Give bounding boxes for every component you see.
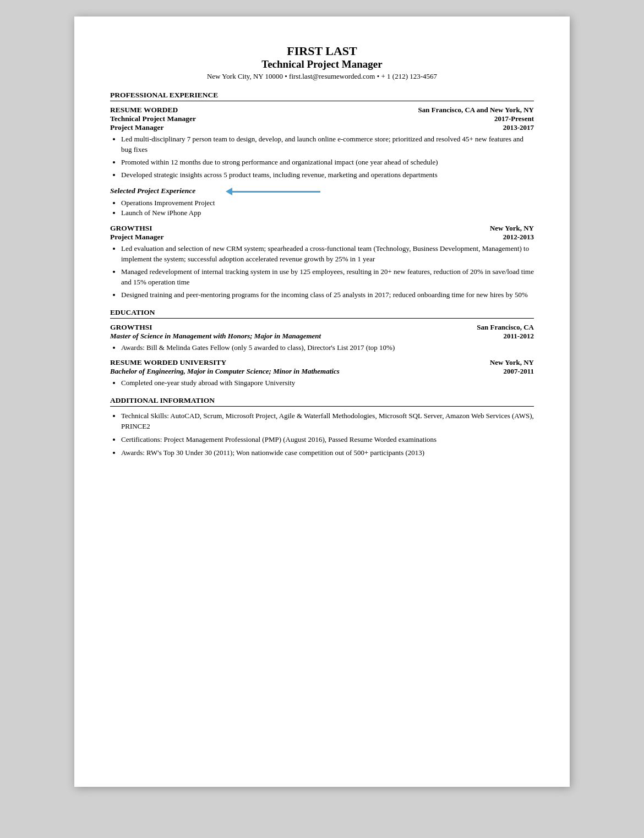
additional-section: ADDITIONAL INFORMATION Technical Skills:… [110,396,534,458]
bullet-item: Led multi-disciplinary 7 person team to … [121,134,534,155]
job-dates-2: 2012-2013 [503,233,534,242]
bullet-item: Promoted within 12 months due to strong … [121,157,534,168]
edu-dates-1: 2011-2012 [503,332,534,341]
additional-list: Technical Skills: AutoCAD, Scrum, Micros… [121,411,534,458]
experience-header: PROFESSIONAL EXPERIENCE [110,91,534,101]
job-bullets-1: Led multi-disciplinary 7 person team to … [121,134,534,180]
bullet-item: Managed redevelopment of internal tracki… [121,267,534,288]
job-bullets-2: Led evaluation and selection of new CRM … [121,244,534,300]
job-company-row-1: RESUME WORDED San Francisco, CA and New … [110,106,534,114]
resume-header: FIRST LAST Technical Project Manager New… [110,44,534,81]
school-name-2: RESUME WORDED UNIVERSITY [110,358,226,367]
arrow-head-icon [226,188,232,195]
edu-school-row-2: RESUME WORDED UNIVERSITY New York, NY [110,358,534,367]
selected-project-label: Selected Project Experience [110,187,195,195]
job-title-2: Project Manager [110,233,164,242]
resume-page: FIRST LAST Technical Project Manager New… [74,17,570,787]
additional-item: Technical Skills: AutoCAD, Scrum, Micros… [121,411,534,432]
project-name-1: Operations Improvement Project [121,199,534,207]
job-block-growthsi: GROWTHSI New York, NY Project Manager 20… [110,224,534,300]
job-company-row-2: GROWTHSI New York, NY [110,224,534,233]
annotation-arrow [226,188,320,195]
experience-section: PROFESSIONAL EXPERIENCE RESUME WORDED Sa… [110,91,534,300]
job-title-row-1b: Project Manager 2013-2017 [110,123,534,132]
edu-dates-2: 2007-2011 [503,367,534,376]
edu-block-1: GROWTHSI San Francisco, CA Master of Sci… [110,323,534,353]
bullet-item: Completed one-year study abroad with Sin… [121,378,534,388]
additional-header: ADDITIONAL INFORMATION [110,396,534,407]
bullet-item: Awards: Bill & Melinda Gates Fellow (onl… [121,343,534,353]
school-location-1: San Francisco, CA [477,323,534,332]
bullet-item: Led evaluation and selection of new CRM … [121,244,534,265]
job-title-1b: Project Manager [110,123,164,132]
edu-school-row-1: GROWTHSI San Francisco, CA [110,323,534,332]
project-name-2: Launch of New iPhone App [121,209,534,217]
company-location-2: New York, NY [490,224,534,233]
edu-bullets-1: Awards: Bill & Melinda Gates Fellow (onl… [121,343,534,353]
applicant-title: Technical Project Manager [110,58,534,70]
additional-item: Awards: RW's Top 30 Under 30 (2011); Won… [121,448,534,458]
edu-block-2: RESUME WORDED UNIVERSITY New York, NY Ba… [110,358,534,388]
school-location-2: New York, NY [490,358,534,367]
edu-degree-2: Bachelor of Engineering, Major in Comput… [110,367,340,376]
school-name-1: GROWTHSI [110,323,152,332]
company-name-1: RESUME WORDED [110,106,178,114]
job-title-1: Technical Project Manager [110,114,196,123]
selected-project-section: Selected Project Experience [110,185,534,195]
edu-degree-row-2: Bachelor of Engineering, Major in Comput… [110,367,534,376]
arrow-line [232,191,320,193]
edu-degree-row-1: Master of Science in Management with Hon… [110,332,534,341]
edu-degree-1: Master of Science in Management with Hon… [110,332,321,341]
job-dates-1: 2017-Present [494,114,534,123]
job-title-row-1: Technical Project Manager 2017-Present [110,114,534,123]
company-location-1: San Francisco, CA and New York, NY [418,106,534,114]
job-dates-1b: 2013-2017 [503,123,534,132]
education-header: EDUCATION [110,308,534,319]
additional-item: Certifications: Project Management Profe… [121,435,534,445]
bullet-item: Designed training and peer-mentoring pro… [121,290,534,300]
job-block-resume-worded: RESUME WORDED San Francisco, CA and New … [110,106,534,217]
education-section: EDUCATION GROWTHSI San Francisco, CA Mas… [110,308,534,389]
applicant-name: FIRST LAST [110,44,534,58]
edu-bullets-2: Completed one-year study abroad with Sin… [121,378,534,388]
job-title-row-2: Project Manager 2012-2013 [110,233,534,242]
bullet-item: Developed strategic insights across 5 pr… [121,170,534,180]
company-name-2: GROWTHSI [110,224,152,233]
project-list: Operations Improvement Project Launch of… [121,199,534,217]
applicant-contact: New York City, NY 10000 • first.last@res… [110,72,534,81]
